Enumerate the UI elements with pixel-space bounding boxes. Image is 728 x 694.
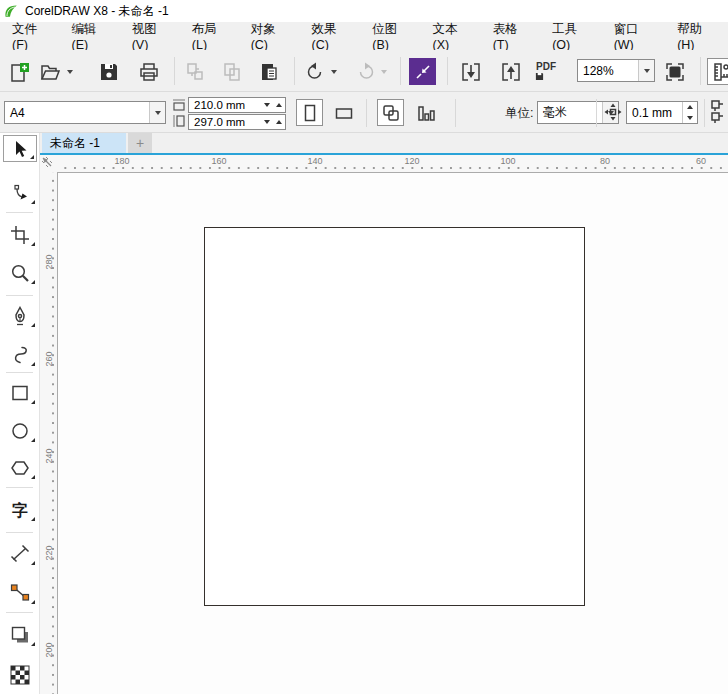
v-ruler-label: 200 — [44, 642, 54, 659]
open-button[interactable] — [36, 58, 63, 85]
polygon-tool-icon — [10, 458, 30, 478]
document-page[interactable] — [204, 227, 585, 606]
import-button[interactable] — [457, 58, 484, 85]
page-height-value: 297.0 mm — [189, 116, 261, 128]
h-ruler-label: 160 — [211, 156, 226, 166]
connector-tool-icon — [10, 583, 30, 603]
open-dropdown[interactable] — [63, 58, 76, 85]
redo-button[interactable] — [352, 58, 379, 85]
standard-toolbar: PDF 128% — [0, 50, 728, 92]
fullscreen-preview-button[interactable] — [661, 58, 688, 85]
freehand-tool[interactable] — [3, 341, 37, 368]
connector-tool[interactable] — [3, 579, 37, 606]
pdf-label: PDF — [536, 62, 556, 72]
export-icon — [500, 61, 522, 83]
print-icon — [138, 61, 160, 83]
vertical-ruler[interactable]: 280 260 240 220 200 — [40, 172, 57, 694]
v-ruler-label: 280 — [44, 254, 54, 271]
new-document-button[interactable] — [5, 58, 32, 85]
all-pages-button[interactable] — [377, 99, 404, 126]
new-tab-button[interactable]: + — [128, 133, 152, 153]
zoom-level-combobox[interactable]: 128% — [577, 59, 655, 82]
v-ruler-label: 220 — [44, 545, 54, 562]
print-button[interactable] — [135, 58, 162, 85]
nudge-distance-icon — [604, 103, 622, 121]
copy-button[interactable] — [218, 58, 245, 85]
save-button[interactable] — [95, 58, 122, 85]
h-ruler-label: 80 — [600, 156, 610, 166]
coreldraw-window: CorelDRAW X8 - 未命名 -1 文件(F) 编辑(E) 视图(V) … — [0, 0, 728, 694]
h-ruler-label: 120 — [404, 156, 419, 166]
polygon-tool[interactable] — [3, 454, 37, 481]
drawing-canvas[interactable] — [57, 172, 728, 694]
rectangle-tool[interactable] — [3, 379, 37, 406]
page-width-spin-up[interactable] — [273, 103, 285, 107]
redo-icon — [355, 61, 377, 83]
drop-shadow-tool[interactable] — [3, 621, 37, 648]
page-size-dropdown[interactable] — [149, 102, 165, 123]
v-ruler-label: 240 — [44, 448, 54, 465]
nudge-distance-field[interactable]: 0.1 mm — [626, 101, 698, 124]
landscape-icon — [334, 103, 354, 123]
h-ruler-label: 180 — [114, 156, 129, 166]
shape-tool[interactable] — [3, 179, 37, 206]
ellipse-tool-icon — [10, 421, 30, 441]
undo-button[interactable] — [301, 58, 328, 85]
ellipse-tool[interactable] — [3, 417, 37, 444]
new-tab-label: + — [136, 135, 144, 151]
portrait-button[interactable] — [296, 99, 323, 126]
pattern-fill-icon — [10, 665, 30, 685]
zoom-tool[interactable] — [3, 259, 37, 286]
menubar: 文件(F) 编辑(E) 视图(V) 布局(L) 对象(C) 效果(C) 位图(B… — [0, 22, 728, 50]
page-bars-icon — [416, 103, 436, 123]
crop-tool[interactable] — [3, 221, 37, 248]
page-height-spin-up[interactable] — [273, 120, 285, 124]
page-width-spin-down[interactable] — [261, 103, 273, 107]
text-tool[interactable]: 字 — [3, 496, 37, 523]
document-tab-label: 未命名 -1 — [50, 135, 100, 152]
paste-button[interactable] — [255, 58, 282, 85]
drop-shadow-tool-icon — [10, 625, 30, 645]
page-height-spin-down[interactable] — [261, 120, 273, 124]
all-pages-icon — [381, 103, 401, 123]
landscape-button[interactable] — [330, 99, 357, 126]
shape-tool-icon — [10, 183, 30, 203]
portrait-icon — [300, 103, 320, 123]
ruler-origin-corner[interactable] — [40, 155, 57, 172]
property-bar: A4 210.0 mm 297.0 mm — [0, 92, 728, 133]
export-button[interactable] — [497, 58, 524, 85]
new-document-icon — [8, 61, 30, 83]
page-width-icon — [172, 98, 186, 112]
paste-icon — [258, 61, 280, 83]
current-page-button[interactable] — [412, 99, 439, 126]
page-width-value: 210.0 mm — [189, 99, 261, 111]
page-width-field[interactable]: 210.0 mm — [188, 97, 286, 113]
zoom-level-dropdown[interactable] — [638, 60, 654, 81]
document-tabbar: 未命名 -1 + — [40, 133, 728, 155]
page-height-field[interactable]: 297.0 mm — [188, 114, 286, 130]
pick-tool[interactable] — [3, 135, 37, 162]
collapse-arrows-icon — [413, 62, 433, 82]
open-folder-icon — [39, 61, 61, 83]
document-tab[interactable]: 未命名 -1 — [42, 133, 126, 153]
pen-tool[interactable] — [3, 302, 37, 329]
undo-dropdown[interactable] — [327, 58, 340, 85]
pen-tool-icon — [10, 306, 30, 326]
pattern-fill-tool[interactable] — [3, 661, 37, 688]
crop-tool-icon — [10, 225, 30, 245]
h-ruler-label: 100 — [500, 156, 515, 166]
horizontal-ruler[interactable]: 180 160 140 120 100 80 60 — [57, 155, 728, 172]
launcher-button[interactable] — [409, 58, 436, 85]
zoom-level-value: 128% — [578, 64, 638, 78]
freehand-curve-icon — [10, 345, 30, 365]
publish-pdf-button[interactable]: PDF — [530, 58, 562, 85]
redo-dropdown[interactable] — [377, 58, 390, 85]
show-rulers-button[interactable] — [707, 58, 728, 85]
cut-button[interactable] — [181, 58, 208, 85]
duplicate-distance-icons — [711, 100, 728, 124]
fullscreen-preview-icon — [664, 61, 686, 83]
nudge-spinner[interactable] — [682, 102, 697, 123]
page-size-combobox[interactable]: A4 — [4, 101, 166, 124]
dimension-tool[interactable] — [3, 540, 37, 567]
nudge-distance-value: 0.1 mm — [627, 106, 682, 120]
